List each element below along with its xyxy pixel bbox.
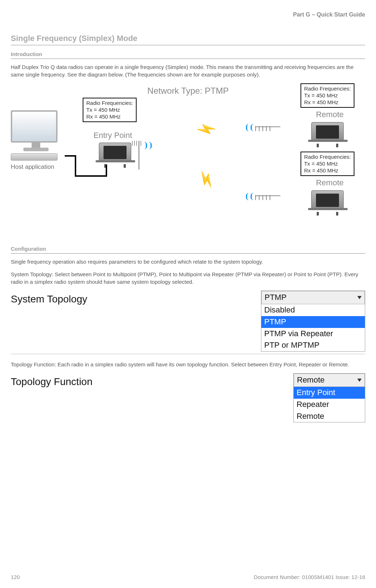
freq-title: Radio Frequencies: — [304, 85, 351, 92]
network-diagram: Network Type: PTMP Radio Frequencies: Tx… — [11, 83, 365, 241]
system-topology-option[interactable]: Disabled — [261, 304, 365, 316]
system-topology-selected-text: PTMP — [265, 292, 286, 303]
host-label: Host application — [11, 163, 61, 171]
system-topology-options: Disabled PTMP PTMP via Repeater PTP or M… — [261, 304, 365, 351]
remote1-label: Remote — [316, 109, 344, 120]
remote2-label: Remote — [316, 177, 344, 189]
topology-function-label: Topology Function — [11, 373, 293, 389]
cable-icon — [65, 155, 75, 157]
topology-function-selected-text: Remote — [297, 375, 325, 386]
system-topology-option[interactable]: PTP or MPTMP — [261, 339, 365, 351]
entry-point-radio-icon — [99, 143, 131, 164]
freq-rx: Rx = 450 MHz — [304, 99, 351, 106]
lightning-bolt-icon: ⚡ — [193, 167, 220, 193]
system-topology-dropdown[interactable]: PTMP Disabled PTMP PTMP via Repeater PTP… — [261, 291, 365, 352]
topology-function-option[interactable]: Entry Point — [294, 387, 365, 399]
freq-rx: Rx = 450 MHz — [86, 114, 133, 120]
lightning-bolt-icon: ⚡ — [193, 117, 220, 142]
system-topology-option[interactable]: PTMP — [261, 316, 365, 328]
chevron-down-icon — [357, 379, 362, 382]
network-type-label: Network Type: PTMP — [147, 85, 229, 97]
config-paragraph-2: System Topology: Select between Point to… — [11, 270, 365, 286]
system-topology-row: System Topology PTMP Disabled PTMP PTMP … — [11, 291, 365, 354]
remote1-radio-icon — [311, 122, 344, 144]
topology-function-dropdown[interactable]: Remote Entry Point Repeater Remote — [293, 373, 365, 422]
system-topology-option[interactable]: PTMP via Repeater — [261, 328, 365, 340]
remote2-radio-icon — [311, 190, 344, 212]
page-title: Single Frequency (Simplex) Mode — [11, 33, 365, 45]
system-topology-label: System Topology — [11, 291, 261, 306]
system-topology-selected[interactable]: PTMP — [261, 291, 365, 304]
wifi-icon: ⦗⦗ — [244, 122, 254, 133]
remote2-antenna-icon — [255, 195, 280, 196]
section-configuration: Configuration — [11, 245, 365, 254]
host-computer-icon: Host application — [11, 110, 61, 171]
intro-paragraph: Half Duplex Trio Q data radios can opera… — [11, 63, 365, 78]
freq-tx: Tx = 450 MHz — [304, 161, 351, 167]
entry-point-label: Entry Point — [93, 130, 132, 141]
document-number: Document Number: 0100SM1401 Issue: 12-16 — [254, 573, 365, 581]
section-introduction: Introduction — [11, 50, 365, 59]
config-paragraph-1: Single frequency operation also requires… — [11, 258, 365, 265]
freq-box-entry: Radio Frequencies: Tx = 450 MHz Rx = 450… — [83, 98, 137, 122]
freq-title: Radio Frequencies: — [86, 100, 133, 107]
part-header: Part G – Quick Start Guide — [11, 11, 365, 19]
config-paragraph-3: Topology Function: Each radio in a simpl… — [11, 361, 365, 368]
topology-function-option[interactable]: Repeater — [294, 399, 365, 411]
freq-box-remote2: Radio Frequencies: Tx = 450 MHz Rx = 450… — [301, 152, 354, 176]
remote1-antenna-icon — [255, 126, 280, 127]
topology-function-option[interactable]: Remote — [294, 411, 365, 422]
page-footer: 120 Document Number: 0100SM1401 Issue: 1… — [11, 573, 365, 581]
freq-tx: Tx = 450 MHz — [86, 107, 133, 114]
topology-function-selected[interactable]: Remote — [294, 374, 365, 387]
freq-title: Radio Frequencies: — [304, 154, 351, 161]
topology-function-row: Topology Function Remote Entry Point Rep… — [11, 373, 365, 422]
freq-box-remote1: Radio Frequencies: Tx = 450 MHz Rx = 450… — [301, 83, 354, 108]
wifi-icon: ⦘⦘ — [144, 140, 153, 151]
chevron-down-icon — [357, 296, 362, 299]
freq-tx: Tx = 450 MHz — [304, 92, 351, 99]
freq-rx: Rx = 450 MHz — [304, 167, 351, 174]
page-number: 120 — [11, 573, 20, 581]
wifi-icon: ⦗⦗ — [244, 191, 254, 202]
topology-function-options: Entry Point Repeater Remote — [294, 387, 365, 422]
